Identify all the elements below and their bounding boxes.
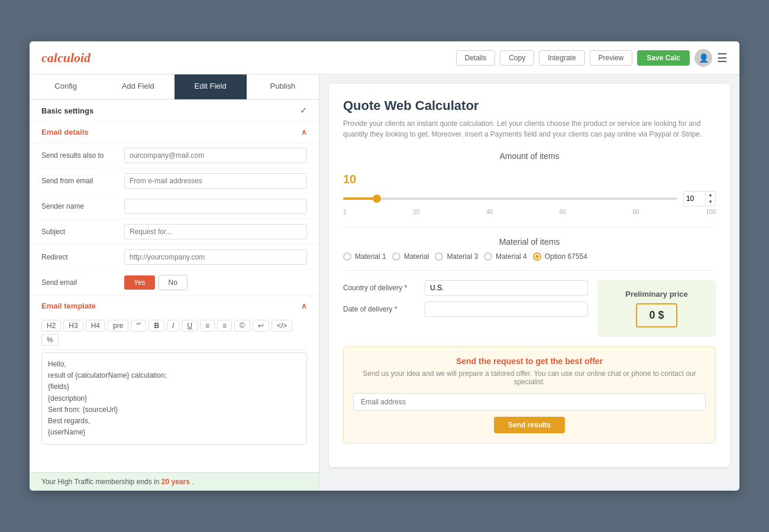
toolbar-code[interactable]: </> bbox=[272, 320, 292, 332]
sender-name-row: Sender name bbox=[30, 194, 319, 219]
tab-add-field[interactable]: Add Field bbox=[102, 74, 174, 99]
send-email-row: Send email Yes No bbox=[30, 270, 319, 296]
radio-circle-2 bbox=[392, 252, 400, 261]
preview-card: Quote Web Calculator Provide your client… bbox=[329, 84, 730, 467]
send-email-label: Send email bbox=[41, 278, 124, 287]
price-value: 0 $ bbox=[636, 303, 677, 327]
toolbar-undo[interactable]: ↩ bbox=[253, 320, 269, 332]
cta-email-input[interactable] bbox=[353, 393, 706, 411]
toolbar-ul[interactable]: ≡ bbox=[200, 320, 215, 332]
tab-publish[interactable]: Publish bbox=[247, 74, 319, 99]
basic-settings-label: Basic settings bbox=[41, 106, 93, 115]
radio-option-67554[interactable]: Option 67554 bbox=[533, 252, 587, 261]
basic-settings-chevron: ✓ bbox=[300, 106, 307, 115]
tab-config[interactable]: Config bbox=[30, 74, 102, 99]
editor-line-5: Sent from: {sourceUrl} bbox=[48, 404, 301, 416]
cta-section: Send the request to get the best offer S… bbox=[343, 346, 716, 443]
send-from-row: Send from email bbox=[30, 168, 319, 194]
radio-label-2: Material bbox=[404, 252, 429, 261]
date-label: Date of delivery * bbox=[343, 305, 420, 313]
toolbar-underline[interactable]: U bbox=[182, 320, 198, 332]
radio-circle-1 bbox=[343, 252, 351, 261]
basic-settings-header[interactable]: Basic settings ✓ bbox=[30, 100, 319, 122]
redirect-label: Redirect bbox=[41, 253, 124, 261]
slider-labels: 1 20 40 60 80 100 bbox=[343, 209, 716, 215]
radio-circle-4 bbox=[484, 252, 492, 261]
send-results-input[interactable] bbox=[124, 148, 307, 163]
logo: calculoid bbox=[41, 50, 91, 66]
toolbar-h4[interactable]: H4 bbox=[86, 320, 105, 332]
date-input[interactable] bbox=[425, 301, 588, 317]
redirect-input[interactable] bbox=[124, 249, 307, 265]
redirect-row: Redirect bbox=[30, 245, 319, 270]
slider-input[interactable] bbox=[684, 193, 705, 205]
toolbar-pre[interactable]: pre bbox=[108, 320, 128, 332]
toolbar-percent[interactable]: % bbox=[41, 334, 59, 346]
sender-name-input[interactable] bbox=[124, 199, 307, 214]
stepper-down[interactable]: ▼ bbox=[706, 199, 715, 206]
country-row: Country of delivery * bbox=[343, 280, 588, 296]
material-section-title: Material of items bbox=[343, 237, 716, 246]
radio-material-4[interactable]: Material 4 bbox=[484, 252, 527, 261]
slider-label-80: 80 bbox=[633, 209, 639, 215]
material-section: Material of items Material 1 Material bbox=[343, 237, 716, 271]
slider-value: 10 bbox=[343, 173, 716, 186]
editor-line-2: result of {calculatorName} calculation; bbox=[48, 370, 301, 381]
email-details-header[interactable]: Email details ∧ bbox=[30, 122, 319, 143]
amount-section-title: Amount of items bbox=[343, 151, 716, 161]
integrate-button[interactable]: Integrate bbox=[539, 50, 584, 66]
membership-highlight: 20 years bbox=[161, 478, 190, 486]
slider-stepper: ▲ ▼ bbox=[705, 192, 715, 206]
radio-material-1[interactable]: Material 1 bbox=[343, 252, 386, 261]
toolbar-italic[interactable]: I bbox=[167, 320, 179, 332]
bottom-bar: Your High Traffic membership ends in 20 … bbox=[30, 472, 319, 491]
stepper-up[interactable]: ▲ bbox=[706, 192, 715, 199]
radio-label-4: Material 4 bbox=[496, 252, 527, 261]
editor-area[interactable]: Hello, result of {calculatorName} calcul… bbox=[41, 352, 307, 445]
radio-material-2[interactable]: Material bbox=[392, 252, 429, 261]
toolbar-redo[interactable]: © bbox=[234, 320, 250, 332]
yes-button[interactable]: Yes bbox=[124, 275, 155, 290]
copy-button[interactable]: Copy bbox=[500, 50, 534, 66]
toolbar-bold[interactable]: B bbox=[148, 320, 164, 332]
amount-slider-container: 10 ▲ ▼ bbox=[343, 167, 716, 228]
editor-line-3: {fields} bbox=[48, 381, 301, 392]
toolbar-ol[interactable]: ≡ bbox=[217, 320, 232, 332]
radio-material-3[interactable]: Material 3 bbox=[435, 252, 478, 261]
details-button[interactable]: Details bbox=[456, 50, 496, 66]
preview-button[interactable]: Preview bbox=[590, 50, 633, 66]
calculator-title: Quote Web Calculator bbox=[343, 98, 716, 113]
left-panel-body: Basic settings ✓ Email details ∧ Send re… bbox=[30, 100, 319, 472]
send-results-row: Send results also to bbox=[30, 143, 319, 168]
subject-input[interactable] bbox=[124, 224, 307, 239]
email-template-header[interactable]: Email template ∧ bbox=[41, 296, 307, 316]
toolbar-h3[interactable]: H3 bbox=[63, 320, 83, 332]
radio-label-3: Material 3 bbox=[447, 252, 478, 261]
tab-edit-field[interactable]: Edit Field bbox=[175, 74, 247, 99]
toolbar-h2[interactable]: H2 bbox=[41, 320, 61, 332]
calculator-subtitle: Provide your clients an instant quote ca… bbox=[343, 118, 716, 140]
no-button[interactable]: No bbox=[159, 275, 188, 290]
delivery-section: Country of delivery * Date of delivery *… bbox=[343, 280, 716, 337]
slider-label-40: 40 bbox=[486, 209, 493, 215]
slider-track[interactable] bbox=[343, 197, 677, 200]
slider-label-100: 100 bbox=[706, 209, 716, 215]
send-results-label: Send results also to bbox=[41, 151, 124, 160]
toolbar-quote[interactable]: “” bbox=[131, 320, 146, 332]
menu-icon[interactable]: ☰ bbox=[717, 51, 728, 65]
radio-group: Material 1 Material Material 3 Mate bbox=[343, 252, 716, 261]
bottom-bar-text: Your High Traffic membership ends in bbox=[41, 478, 161, 486]
editor-line-7: {userName} bbox=[48, 427, 301, 438]
country-input[interactable] bbox=[425, 280, 588, 296]
radio-label-1: Material 1 bbox=[355, 252, 386, 261]
tab-bar: Config Add Field Edit Field Publish bbox=[30, 74, 319, 100]
send-from-input[interactable] bbox=[124, 173, 307, 189]
slider-track-row: ▲ ▼ bbox=[343, 191, 716, 206]
send-results-button[interactable]: Send results bbox=[494, 417, 565, 433]
user-avatar[interactable]: 👤 bbox=[694, 49, 712, 67]
main-content: Config Add Field Edit Field Publish Basi… bbox=[30, 74, 739, 491]
bottom-bar-suffix: . bbox=[192, 478, 193, 486]
save-calc-button[interactable]: Save Calc bbox=[637, 50, 690, 66]
cta-subtitle: Send us your idea and we will prepare a … bbox=[353, 369, 706, 386]
top-bar: calculoid Details Copy Integrate Preview… bbox=[30, 41, 739, 74]
